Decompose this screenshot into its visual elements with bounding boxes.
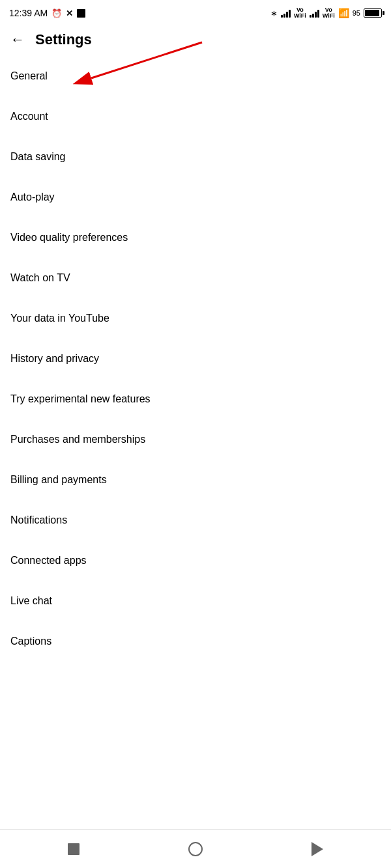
settings-item-label: History and privacy — [10, 353, 99, 365]
app-header: ← Settings — [0, 26, 391, 56]
settings-item-captions[interactable]: Captions — [0, 621, 391, 662]
nav-bar — [0, 829, 391, 868]
settings-item-purchases[interactable]: Purchases and memberships — [0, 419, 391, 460]
alarm-icon: ⏰ — [51, 8, 62, 18]
settings-item-connected-apps[interactable]: Connected apps — [0, 540, 391, 581]
status-left: 12:39 AM ⏰ ✕ — [9, 8, 85, 18]
settings-item-label: Try experimental new features — [10, 393, 151, 405]
back-button[interactable]: ← — [10, 33, 25, 47]
battery-icon — [364, 8, 382, 18]
status-right: ∗ Vo WiFi Vo WiFi 📶 95 — [270, 7, 382, 19]
nav-home-button[interactable] — [181, 835, 210, 863]
settings-item-label: Auto-play — [10, 191, 55, 203]
bluetooth-icon: ∗ — [270, 8, 278, 18]
settings-item-watch-tv[interactable]: Watch on TV — [0, 258, 391, 298]
settings-item-general[interactable]: General — [0, 56, 391, 96]
settings-item-video-quality[interactable]: Video quality preferences — [0, 217, 391, 258]
settings-item-label: Data saving — [10, 151, 66, 163]
settings-item-label: Your data in YouTube — [10, 313, 109, 324]
x-icon: ✕ — [66, 8, 73, 18]
settings-item-your-data[interactable]: Your data in YouTube — [0, 298, 391, 339]
battery-level: 95 — [353, 9, 360, 17]
settings-item-live-chat[interactable]: Live chat — [0, 581, 391, 621]
vowifi-1: Vo WiFi — [294, 7, 306, 19]
settings-item-account[interactable]: Account — [0, 96, 391, 137]
settings-item-data-saving[interactable]: Data saving — [0, 137, 391, 177]
settings-item-billing[interactable]: Billing and payments — [0, 460, 391, 500]
signal-bars-2 — [310, 9, 319, 18]
settings-item-experimental[interactable]: Try experimental new features — [0, 379, 391, 419]
nav-back-button[interactable] — [303, 835, 332, 863]
wifi-icon: 📶 — [338, 8, 349, 18]
settings-item-label: Purchases and memberships — [10, 434, 145, 445]
settings-item-label: Live chat — [10, 595, 52, 607]
settings-item-label: Account — [10, 111, 48, 122]
settings-item-label: Video quality preferences — [10, 232, 128, 244]
status-bar: 12:39 AM ⏰ ✕ ∗ Vo WiFi Vo — [0, 0, 391, 26]
settings-item-label: General — [10, 70, 48, 82]
settings-item-history-privacy[interactable]: History and privacy — [0, 339, 391, 379]
signal-bars-1 — [281, 9, 291, 18]
settings-item-label: Watch on TV — [10, 272, 70, 284]
home-icon — [188, 842, 203, 856]
settings-list: General Account Data saving Auto-play Vi… — [0, 56, 391, 829]
back-icon — [311, 842, 323, 856]
record-icon — [77, 9, 85, 18]
nav-recents-button[interactable] — [59, 835, 88, 863]
settings-item-label: Captions — [10, 636, 51, 647]
settings-item-notifications[interactable]: Notifications — [0, 500, 391, 540]
page-title: Settings — [35, 31, 92, 48]
settings-item-label: Billing and payments — [10, 474, 107, 486]
settings-item-label: Connected apps — [10, 555, 87, 567]
settings-item-auto-play[interactable]: Auto-play — [0, 177, 391, 217]
recents-icon — [68, 843, 80, 855]
time-display: 12:39 AM — [9, 8, 48, 18]
settings-item-label: Notifications — [10, 514, 67, 526]
vowifi-2: Vo WiFi — [323, 7, 335, 19]
